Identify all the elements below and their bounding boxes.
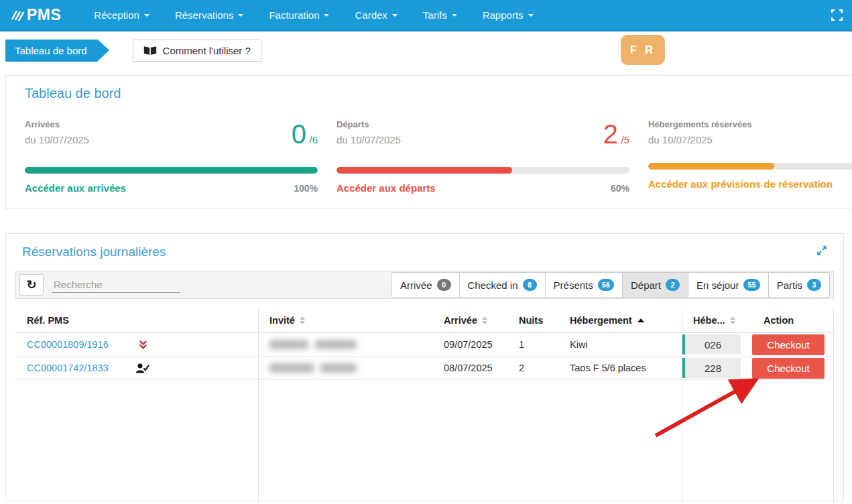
card-hebergements: Hébergements réservées du 10/07/2025 Acc… <box>648 119 852 194</box>
breadcrumb[interactable]: Tableau de bord <box>5 40 98 62</box>
double-chevron-down-icon <box>138 340 148 350</box>
progress-bar <box>648 163 852 170</box>
chevron-down-icon <box>238 14 243 17</box>
card-label: Hébergements réservées <box>648 119 752 129</box>
tab-count-badge: 2 <box>666 279 680 291</box>
reservation-ref-link[interactable]: CC00001742/1833 <box>27 363 109 373</box>
book-icon <box>143 46 157 56</box>
tab-count-badge: 3 <box>807 279 821 291</box>
tab-presents[interactable]: Présents 56 <box>546 272 623 298</box>
tab-count-badge: 0 <box>437 279 451 291</box>
sort-icon <box>482 316 487 324</box>
table-header-row: Réf. PMS Invité Arrivée Nuits Hébergemen… <box>15 308 833 333</box>
dashboard-title: Tableau de bord <box>25 86 852 101</box>
card-arrivees: Arrivées du 10/07/2025 0 /6 Accéder aux … <box>25 119 318 194</box>
search-box <box>52 277 180 293</box>
progress-bar <box>337 167 629 174</box>
checkout-button[interactable]: Checkout <box>752 334 825 355</box>
sort-asc-icon <box>637 318 644 322</box>
col-hebergement[interactable]: Hébergement <box>558 315 682 326</box>
nav-item-cardex[interactable]: Cardex <box>342 0 410 31</box>
tab-count-badge: 55 <box>743 279 759 291</box>
column-divider <box>258 308 259 503</box>
unit-badge: 026 <box>682 334 741 355</box>
chevron-down-icon <box>144 14 149 17</box>
card-value: 2 /5 <box>603 119 629 149</box>
action-cell: Checkout <box>743 334 833 355</box>
accommodation: Taos F 5/6 places <box>558 363 682 373</box>
reservations-table: Réf. PMS Invité Arrivée Nuits Hébergemen… <box>15 308 834 503</box>
col-arrivee[interactable]: Arrivée <box>432 315 507 326</box>
nav-item-facturation[interactable]: Facturation <box>256 0 342 31</box>
card-value: 0 /6 <box>292 119 318 149</box>
tab-en-sejour[interactable]: En séjour 55 <box>688 272 769 298</box>
locale-badge[interactable]: F R <box>621 35 665 65</box>
tab-arrivee[interactable]: Arrivée 0 <box>391 272 460 298</box>
person-check-icon <box>135 363 149 374</box>
card-label: Arrivées <box>25 119 89 129</box>
card-percent: 60% <box>611 183 629 194</box>
table-toolbar: ↻ Arrivée 0 Checked in 8 Présents 56 Dép… <box>15 271 834 299</box>
nav-item-tarifs[interactable]: Tarifs <box>410 0 470 31</box>
unit-cell: 026 <box>682 334 743 355</box>
nights: 2 <box>507 363 558 373</box>
nav-item-rapports[interactable]: Rapports <box>470 0 546 31</box>
card-label: Départs <box>337 119 401 129</box>
brand-text: PMS <box>27 6 61 24</box>
chevron-down-icon <box>324 14 329 17</box>
brand-logo[interactable]: PMS <box>9 6 61 24</box>
checkout-button[interactable]: Checkout <box>752 358 825 379</box>
reservation-ref-link[interactable]: CC00001809/1916 <box>27 339 109 350</box>
card-date: du 10/07/2025 <box>337 134 401 145</box>
expand-icon[interactable] <box>816 245 827 259</box>
card-link-arrivees[interactable]: Accéder aux arrivées <box>25 182 126 194</box>
brand-logo-icon <box>9 8 24 23</box>
card-link-departs[interactable]: Accéder aux départs <box>337 182 436 194</box>
guest-name-redacted <box>258 340 432 349</box>
nav-item-reservations[interactable]: Réservations <box>162 0 257 31</box>
tab-checked-in[interactable]: Checked in 8 <box>460 272 546 298</box>
nights: 1 <box>507 339 558 350</box>
table-row: CC00001809/1916 09/07/2025 1 Kiwi 026 Ch… <box>15 333 833 357</box>
sort-icon <box>730 316 735 324</box>
column-divider <box>682 308 682 503</box>
fullscreen-icon[interactable] <box>831 9 843 23</box>
accommodation: Kiwi <box>558 339 682 350</box>
top-navbar: PMS Réception Réservations Facturation C… <box>0 0 852 32</box>
page-header: Tableau de bord Comment l'utiliser ? F R <box>0 32 852 70</box>
progress-bar <box>25 167 318 174</box>
action-cell: Checkout <box>743 358 833 379</box>
col-ref[interactable]: Réf. PMS <box>15 315 258 326</box>
col-hebe[interactable]: Hébe... <box>682 315 743 326</box>
refresh-button[interactable]: ↻ <box>19 274 44 296</box>
col-nuits[interactable]: Nuits <box>507 315 558 326</box>
help-button[interactable]: Comment l'utiliser ? <box>133 40 261 62</box>
card-date: du 10/07/2025 <box>25 134 89 145</box>
search-input[interactable] <box>54 279 187 290</box>
tab-count-badge: 8 <box>523 279 537 291</box>
refresh-icon: ↻ <box>26 277 36 292</box>
stat-cards: Arrivées du 10/07/2025 0 /6 Accéder aux … <box>25 119 852 194</box>
card-departs: Départs du 10/07/2025 2 /5 Accéder aux d… <box>337 119 629 194</box>
col-invite[interactable]: Invité <box>258 315 432 326</box>
card-link-previsions[interactable]: Accéder aux prévisions de réservation <box>648 178 833 190</box>
tab-count-badge: 56 <box>598 279 614 291</box>
col-action: Action <box>743 315 833 326</box>
dashboard-panel: Tableau de bord Arrivées du 10/07/2025 0… <box>5 75 852 209</box>
reservations-title: Réservations journalières <box>22 245 166 259</box>
chevron-down-icon <box>392 14 398 17</box>
unit-badge: 228 <box>682 358 741 378</box>
tab-partis[interactable]: Partis 3 <box>769 272 830 298</box>
sort-icon <box>300 316 305 324</box>
nav-item-reception[interactable]: Réception <box>81 0 162 31</box>
chevron-down-icon <box>452 14 457 17</box>
nav-menu: Réception Réservations Facturation Carde… <box>81 0 546 31</box>
guest-name-redacted <box>258 363 432 373</box>
unit-cell: 228 <box>682 358 743 378</box>
card-percent: 100% <box>294 183 318 194</box>
table-row: CC00001742/1833 08/07/2025 2 Taos F 5/6 … <box>15 357 833 380</box>
filter-tabs: Arrivée 0 Checked in 8 Présents 56 Dépar… <box>391 272 830 298</box>
tab-depart[interactable]: Départ 2 <box>623 272 688 298</box>
chevron-down-icon <box>528 14 534 17</box>
card-date: du 10/07/2025 <box>648 134 752 145</box>
